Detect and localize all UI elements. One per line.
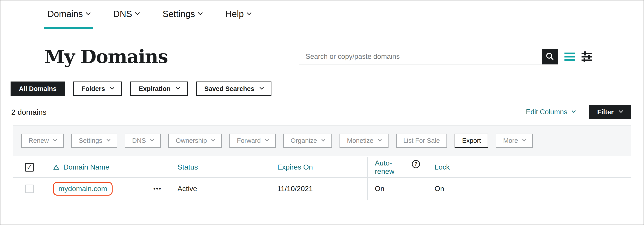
chevron-down-icon	[107, 138, 110, 141]
chevron-down-icon	[198, 10, 203, 15]
row-checkbox[interactable]	[25, 185, 34, 193]
row-actions-ellipsis-icon[interactable]: •••	[154, 185, 162, 192]
ownership-button[interactable]: Ownership	[168, 134, 222, 148]
list-bar	[564, 52, 575, 54]
table-row: mydomain.com ••• Active 11/10/2021 On On	[13, 178, 631, 200]
chevron-down-icon	[619, 109, 623, 113]
advanced-filters-icon[interactable]	[581, 51, 593, 62]
list-for-sale-button[interactable]: List For Sale	[396, 134, 448, 148]
list-controls-row: 2 domains Edit Columns Filter	[0, 105, 644, 119]
row-checkbox-cell	[13, 178, 46, 200]
renew-button[interactable]: Renew	[21, 134, 64, 148]
column-header-lock[interactable]: Lock	[428, 157, 487, 177]
list-actions: Edit Columns Filter	[526, 105, 631, 119]
status-cell: Active	[170, 178, 270, 200]
settings-button[interactable]: Settings	[71, 134, 117, 148]
dns-button[interactable]: DNS	[125, 134, 161, 148]
button-label: More	[503, 137, 518, 144]
column-header-auto-renew[interactable]: Auto-renew ?	[368, 157, 428, 177]
domain-name-cell: mydomain.com •••	[46, 178, 170, 200]
chevron-down-icon	[135, 10, 140, 15]
column-label: Lock	[434, 163, 450, 171]
pill-label: All Domains	[19, 85, 57, 92]
nav-tab-dns[interactable]: DNS	[110, 9, 142, 29]
nav-tab-label: Help	[226, 9, 244, 19]
button-label: Organize	[290, 137, 317, 144]
pill-saved-searches[interactable]: Saved Searches	[196, 81, 271, 96]
export-button[interactable]: Export	[454, 134, 488, 148]
list-bar	[564, 59, 575, 61]
list-bar	[564, 56, 575, 57]
pill-expiration[interactable]: Expiration	[130, 81, 188, 96]
pill-folders[interactable]: Folders	[73, 81, 122, 96]
pill-all-domains[interactable]: All Domains	[10, 81, 65, 96]
button-label: Forward	[237, 137, 261, 144]
domain-link[interactable]: mydomain.com	[53, 182, 112, 196]
chevron-down-icon	[211, 138, 215, 141]
column-header-domain-name[interactable]: Domain Name	[46, 157, 170, 177]
column-label: Domain Name	[63, 163, 110, 171]
column-header-status[interactable]: Status	[170, 157, 270, 177]
auto-renew-cell: On	[368, 178, 428, 200]
checkmark-icon: ✓	[26, 163, 32, 171]
header-checkbox-cell: ✓	[13, 157, 46, 177]
more-button[interactable]: More	[496, 134, 533, 148]
empty-cell	[487, 178, 631, 200]
chevron-down-icon	[378, 138, 382, 141]
column-header-expires-on[interactable]: Expires On	[270, 157, 368, 177]
chevron-down-icon	[110, 85, 114, 89]
filter-button[interactable]: Filter	[589, 105, 631, 119]
page-header: My Domains	[0, 47, 644, 66]
edit-columns-label: Edit Columns	[526, 108, 567, 116]
expires-on-cell: 11/10/2021	[270, 178, 368, 200]
column-label: Status	[178, 163, 198, 171]
bulk-action-toolbar: Renew Settings DNS Ownership Forward Org…	[13, 125, 631, 156]
button-label: Settings	[79, 137, 102, 144]
chevron-down-icon	[572, 109, 576, 113]
table-header-row: ✓ Domain Name Status Expires On Auto-ren…	[13, 157, 631, 178]
domains-table: ✓ Domain Name Status Expires On Auto-ren…	[13, 157, 631, 200]
button-label: DNS	[132, 137, 146, 144]
filter-label: Filter	[597, 108, 614, 116]
button-label: Ownership	[176, 137, 207, 144]
monetize-button[interactable]: Monetize	[340, 134, 388, 148]
nav-tab-label: Domains	[48, 9, 83, 19]
search-icon	[546, 52, 554, 61]
chevron-down-icon	[53, 138, 57, 141]
chevron-down-icon	[260, 85, 264, 89]
chevron-down-icon	[176, 85, 180, 89]
help-tooltip-icon[interactable]: ?	[412, 160, 420, 168]
chevron-down-icon	[265, 138, 269, 141]
button-label: Export	[462, 137, 481, 144]
pill-label: Folders	[82, 85, 105, 92]
question-glyph: ?	[414, 161, 418, 167]
button-label: Monetize	[347, 137, 374, 144]
page-title: My Domains	[44, 47, 168, 66]
search-button[interactable]	[542, 49, 558, 64]
select-all-checkbox[interactable]: ✓	[25, 163, 34, 172]
chevron-down-icon	[86, 10, 90, 15]
column-label: Expires On	[277, 163, 313, 171]
nav-tab-settings[interactable]: Settings	[159, 9, 205, 29]
top-navigation: Domains DNS Settings Help	[0, 9, 644, 29]
pill-label: Expiration	[139, 85, 170, 92]
button-label: Renew	[28, 137, 49, 144]
forward-button[interactable]: Forward	[230, 134, 276, 148]
sort-ascending-icon	[53, 164, 59, 170]
chevron-down-icon	[150, 138, 154, 141]
column-label: Auto-renew	[375, 159, 406, 176]
chevron-down-icon	[321, 138, 325, 141]
search-input[interactable]	[299, 49, 542, 64]
list-view-icon[interactable]	[564, 52, 575, 61]
filter-pills: All Domains Folders Expiration Saved Sea…	[0, 81, 644, 96]
lock-cell: On	[428, 178, 487, 200]
nav-tab-domains[interactable]: Domains	[44, 9, 93, 29]
organize-button[interactable]: Organize	[283, 134, 332, 148]
column-header-empty	[487, 157, 631, 177]
domain-count: 2 domains	[11, 108, 46, 117]
edit-columns-link[interactable]: Edit Columns	[526, 108, 575, 116]
nav-tab-label: Settings	[162, 9, 195, 19]
search-group	[299, 49, 593, 64]
nav-tab-help[interactable]: Help	[222, 9, 254, 29]
button-label: List For Sale	[403, 137, 440, 144]
